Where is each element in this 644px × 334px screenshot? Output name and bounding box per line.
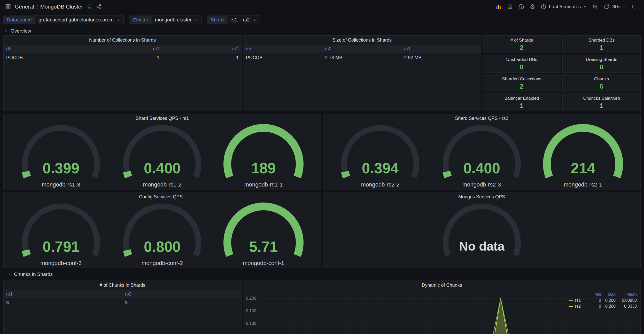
variable-value-dropdown[interactable]: mongodb-cluster	[152, 15, 202, 24]
panel-title[interactable]: Balancer Enabled	[504, 96, 539, 101]
dashboard-insights-icon[interactable]	[518, 4, 524, 10]
column-header-rs2[interactable]: rs2	[322, 46, 401, 52]
series-color-swatch	[569, 300, 573, 301]
legend-max-value: 0.200	[601, 304, 616, 309]
add-panel-icon[interactable]	[495, 4, 502, 10]
legend-series-label: rs1	[575, 298, 581, 303]
panel-title[interactable]: Unsharded DBs	[506, 57, 537, 62]
dashboards-grid-icon[interactable]	[5, 4, 11, 10]
variable-label: Cluster	[129, 15, 152, 24]
gauge-arc: 5.71	[220, 202, 307, 260]
time-range-picker[interactable]: Last 5 minutes	[540, 4, 587, 10]
row-title: Overview	[11, 28, 31, 34]
legend-series-rs1[interactable]: rs1	[569, 298, 587, 303]
gauge-group: No data	[323, 201, 640, 260]
dashboard-grid: Number of Collections in Shards db rs1 r…	[0, 35, 644, 334]
panel-title[interactable]: Shard Services QPS - rs2	[323, 114, 640, 123]
variable-label: Shard	[207, 15, 227, 24]
gauge-group: 0.399 mongodb-rs1-3 0.400 mongodb-rs1-2 …	[4, 123, 321, 188]
legend-header-mean[interactable]: Mean	[616, 292, 637, 297]
gauge-arc: 189	[220, 123, 307, 181]
tv-mode-icon[interactable]	[632, 4, 638, 10]
column-header-rs1[interactable]: rs1	[402, 46, 481, 52]
chevron-down-icon	[7, 272, 12, 276]
chevron-down-icon	[4, 29, 8, 33]
gauge: 0.400 mongodb-rs2-3	[438, 123, 526, 188]
legend-mean-value: 0.0333	[616, 304, 637, 309]
share-icon[interactable]	[96, 4, 102, 10]
dashboard-settings-gear-icon[interactable]: ⚙	[530, 4, 535, 10]
cell-rs1: 1	[83, 55, 162, 60]
column-header-rs1[interactable]: rs1	[83, 46, 162, 52]
gauge-arc: 0.400	[438, 123, 526, 181]
refresh-interval-label: 30s	[612, 4, 620, 10]
refresh-controls: 30s	[603, 4, 626, 10]
column-header-db[interactable]: db	[4, 46, 83, 52]
legend-series-label: rs2	[575, 304, 581, 309]
zoom-out-time-icon[interactable]	[592, 4, 598, 10]
column-header-db[interactable]: db	[243, 46, 322, 52]
panel-title[interactable]: Number of Collections in Shards	[4, 36, 241, 45]
panel-title[interactable]: Mongos Services QPS	[323, 192, 640, 201]
gauge-value: 214	[571, 160, 595, 176]
variable-value-dropdown[interactable]: grafanacloud-gabrielantunes-prom	[35, 15, 123, 24]
row-header-overview[interactable]: Overview	[0, 27, 644, 35]
chevron-down-icon	[117, 18, 120, 22]
breadcrumb-folder[interactable]: General	[15, 4, 34, 10]
column-header-rs1[interactable]: rs1	[4, 291, 122, 297]
gauge-group: 0.791 mongodb-conf-3 0.800 mongodb-conf-…	[4, 201, 321, 267]
legend-header-row: Min Max Mean	[569, 291, 637, 297]
table: db rs2 rs1 POCDB 2.73 MB 2.92 MB	[243, 45, 481, 62]
nav-right: ⚙ Last 5 minutes 30s	[495, 4, 638, 10]
variable-value-dropdown[interactable]: rs1 + rs2	[227, 15, 260, 24]
panel-title[interactable]: Dynamic of Chunks	[243, 281, 640, 290]
panel-title[interactable]: Sharded DBs	[588, 38, 615, 43]
legend-min-value: 0	[587, 298, 601, 303]
panel-title[interactable]: Size of Collections in Shards	[243, 36, 481, 45]
chevron-down-icon	[583, 5, 587, 9]
panel-title[interactable]: # of Shards	[510, 38, 533, 43]
panel-title[interactable]: # of Chunks in Shards	[4, 281, 241, 290]
time-series-chart: 0.200 0.150 0.100 Min Max Mean rs1	[243, 290, 640, 334]
gauge-arc: 0.400	[118, 123, 206, 181]
refresh-icon[interactable]	[603, 4, 610, 10]
stat-value: 2	[520, 44, 523, 52]
legend-header-min[interactable]: Min	[587, 292, 601, 297]
gauge-group: 0.394 mongodb-rs2-2 0.400 mongodb-rs2-3 …	[323, 123, 640, 188]
cell-rs2: 1	[162, 55, 241, 60]
column-header-rs2[interactable]: rs2	[162, 46, 241, 52]
favorite-star-icon[interactable]: ☆	[87, 3, 92, 10]
panel-title[interactable]: Config Services QPS -	[4, 192, 321, 201]
gauge-arc: 0.800	[118, 202, 206, 260]
gauge: 0.394 mongodb-rs2-2	[336, 123, 424, 188]
gauge-value: 0.800	[144, 238, 181, 255]
legend-header-max[interactable]: Max	[601, 292, 616, 297]
gauge: 5.71 mongodb-conf-1	[220, 202, 307, 267]
stat-value: 1	[600, 102, 603, 110]
row-header-chunks-in-shards[interactable]: Chunks in Shards	[3, 268, 641, 281]
panel-title[interactable]: Chunks	[594, 76, 609, 82]
stat-value: 0	[600, 63, 603, 71]
panel-num-chunks-in-shards: # of Chunks in Shards rs1 rs2 3 3	[3, 281, 242, 334]
legend-series-rs2[interactable]: rs2	[569, 304, 587, 309]
panel-title[interactable]: Chuncks Balanced	[583, 96, 620, 101]
column-header-rs2[interactable]: rs2	[122, 291, 241, 297]
table: db rs1 rs2 POCDB 1 1	[4, 45, 241, 62]
refresh-interval-dropdown[interactable]: 30s	[612, 4, 626, 10]
panel-title[interactable]: Sharded Collections	[502, 76, 541, 82]
gauge-label: mongodb-rs2-3	[462, 181, 501, 188]
save-dashboard-icon[interactable]	[507, 4, 513, 10]
breadcrumb-dashboard-title[interactable]: MongoDB Cluster	[40, 4, 83, 10]
table-row: POCDB 1 1	[4, 53, 241, 62]
panel-number-of-collections-in-shards: Number of Collections in Shards db rs1 r…	[3, 35, 242, 111]
stat-panel-draining-shards: Draining Shards 0	[562, 55, 641, 73]
time-range-label: Last 5 minutes	[549, 4, 581, 10]
cell-db: POCDB	[4, 55, 83, 60]
chevron-down-icon	[194, 18, 198, 22]
nav-left: General / MongoDB Cluster ☆	[5, 3, 102, 10]
panel-title[interactable]: Draining Shards	[586, 57, 617, 62]
cell-rs2-size: 2.73 MB	[322, 55, 401, 60]
gauge-no-data: No data	[438, 202, 526, 260]
gauge-label: mongodb-rs2-2	[361, 181, 400, 188]
panel-title[interactable]: Shard Services QPS - rs1	[4, 114, 321, 123]
